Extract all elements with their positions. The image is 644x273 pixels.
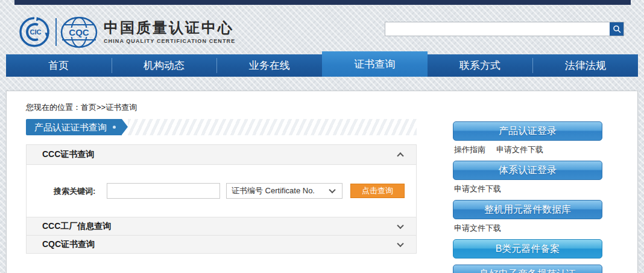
chevron-up-icon	[397, 152, 403, 159]
ccc-search-form: 搜索关键词: 证书编号 Certificate No. 点击查询	[27, 182, 416, 199]
sidebar-link-row: 申请文件下载	[454, 223, 512, 234]
section-stripe-decoration	[128, 119, 417, 135]
header-search-input[interactable]	[385, 22, 624, 36]
application-download-link[interactable]: 申请文件下载	[454, 184, 501, 193]
class-b-component-filing-button[interactable]: B类元器件备案	[453, 239, 602, 259]
header-search-button[interactable]	[610, 22, 623, 36]
query-accordion: CCC证书查询 搜索关键词: 证书编号 Certificate No. 点击查询…	[26, 144, 417, 254]
operation-guide-link[interactable]: 操作指南	[454, 145, 485, 154]
accordion-ccc-factory[interactable]: CCC工厂信息查询	[26, 217, 417, 236]
sidebar-link-row: 操作指南申请文件下载	[454, 144, 554, 155]
cic-logo-icon: CIC	[18, 16, 51, 48]
breadcrumb-current: 证书查询	[106, 103, 137, 112]
site-subtitle: CHINA QUALITY CERTIFICATION CENTRE	[104, 38, 235, 44]
accordion-cqc-certificate[interactable]: CQC证书查询	[26, 235, 417, 254]
section-title: 产品认证证书查询	[34, 119, 107, 135]
product-cert-login-button[interactable]: 产品认证登录	[453, 121, 602, 141]
breadcrumb: 您现在的位置：首页>>证书查询	[26, 102, 137, 113]
site-header: CIC CQC 中国质量认证中心 CHINA QUALITY CERTIFICA…	[0, 5, 644, 54]
nav-item-contact[interactable]: 联系方式	[428, 54, 533, 77]
search-type-select[interactable]: 证书编号 Certificate No.	[226, 183, 343, 199]
logo-divider	[55, 18, 57, 46]
svg-text:CIC: CIC	[30, 28, 42, 36]
component-database-button[interactable]: 整机用元器件数据库	[453, 200, 602, 219]
nav-item-news[interactable]: 机构动态	[112, 54, 217, 77]
accordion-ccc-certificate[interactable]: CCC证书查询	[26, 144, 417, 165]
search-type-selected: 证书编号 Certificate No.	[232, 185, 315, 196]
keyword-input[interactable]	[107, 183, 220, 199]
keyword-label: 搜索关键词:	[54, 186, 95, 197]
query-submit-button[interactable]: 点击查询	[350, 184, 405, 198]
chevron-down-icon	[397, 240, 403, 246]
nav-item-online-business[interactable]: 业务在线	[216, 54, 322, 77]
application-download-link[interactable]: 申请文件下载	[496, 145, 543, 154]
application-download-link[interactable]: 申请文件下载	[454, 223, 501, 233]
breadcrumb-separator: >>	[96, 103, 106, 112]
nav-item-laws[interactable]: 法律法规	[532, 54, 638, 77]
chevron-down-icon	[397, 222, 403, 228]
section-title-tag: 产品认证证书查询	[26, 119, 122, 135]
accordion-title: CQC证书查询	[42, 239, 95, 250]
chevron-down-icon	[329, 187, 335, 193]
search-icon	[613, 25, 621, 33]
ccc-query-panel: 搜索关键词: 证书编号 Certificate No. 点击查询	[26, 164, 417, 217]
top-accent-bar	[14, 0, 631, 5]
accordion-title: CCC工厂信息查询	[42, 221, 111, 232]
breadcrumb-prefix: 您现在的位置：	[26, 103, 81, 112]
accordion-title: CCC证书查询	[42, 149, 94, 160]
main-nav: 首页 机构动态 业务在线 证书查询 联系方式 法律法规	[6, 54, 638, 77]
header-search	[385, 22, 624, 36]
content-card: 您现在的位置：首页>>证书查询 产品认证证书查询 CCC证书查询 搜索关键词: …	[6, 91, 638, 273]
system-cert-login-button[interactable]: 体系认证登录	[453, 161, 602, 180]
nav-item-home[interactable]: 首页	[6, 54, 112, 77]
brand-block: 中国质量认证中心 CHINA QUALITY CERTIFICATION CEN…	[104, 19, 235, 44]
sidebar-link-row: 申请文件下载	[454, 184, 512, 194]
tag-dot-icon	[113, 126, 116, 129]
site-title: 中国质量认证中心	[104, 19, 235, 36]
svg-text:CQC: CQC	[69, 27, 89, 37]
section-header-row: 产品认证证书查询	[26, 119, 417, 135]
nav-item-certificate-query[interactable]: 证书查询	[322, 51, 428, 77]
breadcrumb-home-link[interactable]: 首页	[81, 103, 96, 112]
cqc-logo-icon: CQC	[60, 16, 98, 48]
ecommerce-cert-button[interactable]: 良好电子商务规范认证	[453, 265, 602, 273]
